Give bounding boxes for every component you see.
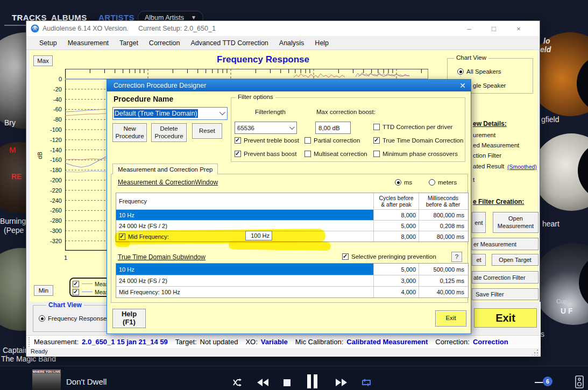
measurement-correction-window-link[interactable]: Measurement & CorrectionWindow (118, 179, 218, 186)
track-title[interactable]: Don't Dwell (66, 377, 107, 386)
detail-item-measurement[interactable]: urement (473, 132, 495, 138)
frequency-response-radio[interactable] (39, 315, 45, 322)
table-row[interactable]: Mid Frequency: 100 Hz 4,000 40,000 ms (116, 286, 468, 297)
y-tick-label: 0 (41, 76, 62, 82)
help-question-button[interactable]: ? (451, 252, 462, 262)
repeat-icon[interactable] (360, 378, 372, 387)
min-button[interactable]: Min (34, 285, 53, 296)
menu-analysis[interactable]: Analysis (274, 37, 310, 49)
artist-name[interactable]: heart (542, 219, 559, 228)
menu-help[interactable]: Help (309, 37, 334, 49)
unit-ms-option[interactable]: ms (395, 179, 412, 186)
prevent-bass-boost-option[interactable]: Prevent bass boost (235, 151, 296, 157)
avatar-text: M (9, 145, 16, 154)
detail-item-smoothed-measurement[interactable]: ed Measurement (473, 142, 519, 148)
minimum-phase-crossovers-option[interactable]: Minimum phase crossovers (373, 151, 458, 157)
dialog-close-icon[interactable]: ✕ (455, 80, 471, 91)
y-tick-label: -140 (41, 147, 62, 153)
previous-icon[interactable] (257, 379, 269, 386)
prevent-bass-boost-checkbox[interactable] (235, 151, 241, 157)
ttd-subwindow-link[interactable]: True Time Domain Subwindow (118, 253, 206, 261)
preringing-option[interactable]: Selective preringing prevention (342, 253, 436, 260)
partial-button-ent[interactable]: ent (472, 212, 486, 233)
help-button[interactable]: Help(F1) (112, 309, 146, 328)
true-time-domain-option[interactable]: True Time Domain Correction (373, 137, 463, 144)
status-value: Variable (261, 338, 288, 346)
now-playing-art[interactable]: WHERE YOU LIVE (32, 370, 61, 390)
artist-name[interactable]: gfield (541, 115, 559, 124)
preringing-checkbox[interactable] (342, 253, 349, 260)
minimum-phase-crossovers-checkbox[interactable] (373, 151, 380, 157)
partial-correction-checkbox[interactable] (304, 137, 311, 144)
table-row[interactable]: 10 Hz 8,000 800,000 ms (116, 209, 468, 220)
minimize-button[interactable]: – (457, 21, 481, 36)
exit-button-main[interactable]: Exit (474, 308, 537, 328)
partial-correction-option[interactable]: Partial correction (304, 137, 360, 144)
status-label: XO: (245, 338, 257, 346)
unit-meters-option[interactable]: meters (429, 179, 457, 186)
ms-radio[interactable] (395, 179, 401, 186)
true-time-domain-checkbox[interactable] (373, 137, 380, 144)
er-measurement-button[interactable]: er Measurement (472, 238, 539, 250)
multiseat-correction-option[interactable]: Multiseat correction (304, 151, 367, 157)
status-ready-bar: Ready (26, 348, 541, 357)
table-row[interactable]: 10 Hz 5,000 500,000 ms (116, 264, 468, 275)
artist-name[interactable]: s (541, 330, 544, 338)
max-boost-value: 8,00 dB (318, 125, 340, 131)
reset-button[interactable]: Reset (192, 123, 222, 139)
resize-grip[interactable] (532, 349, 539, 356)
detail-item-simulated-result[interactable]: ated Result (473, 163, 504, 169)
legend-line-swatch (82, 283, 93, 284)
meters-radio[interactable] (429, 179, 435, 186)
filterlength-combo[interactable]: 65536 (235, 122, 297, 134)
prevent-treble-boost-checkbox[interactable] (235, 137, 241, 144)
create-correction-filter-button[interactable]: ate Correction Filter (472, 271, 539, 283)
chevron-down-icon: ▼ (191, 15, 196, 20)
max-boost-input[interactable]: 8,00 dB (315, 122, 351, 134)
procedure-combo[interactable]: Default (True Time Domain) (112, 107, 228, 120)
artist-name[interactable]: Bry (4, 118, 16, 127)
stop-icon[interactable] (284, 379, 291, 386)
legend-checkbox[interactable] (73, 289, 79, 295)
y-tick-label: -20 (41, 86, 62, 93)
maximize-button[interactable]: □ (481, 21, 506, 36)
new-procedure-button[interactable]: New Procedure (112, 123, 147, 142)
open-target-button[interactable]: Open Target (492, 254, 539, 266)
next-icon[interactable] (336, 379, 348, 386)
table-row[interactable]: 24 000 Hz (FS / 2) 3,000 0,125 ms (116, 275, 468, 286)
max-button[interactable]: Max (33, 55, 53, 66)
delete-procedure-button[interactable]: Delete Procedure (151, 123, 187, 142)
partial-button-et[interactable]: et (472, 254, 486, 266)
speaker-output-icon[interactable] (575, 375, 584, 388)
menu-advanced-ttd[interactable]: Advanced TTD Correction (186, 37, 274, 49)
multiseat-correction-checkbox[interactable] (304, 151, 311, 157)
save-filter-button[interactable]: Save Filter (472, 288, 539, 300)
menu-measurement[interactable]: Measurement (62, 37, 114, 49)
shuffle-icon[interactable] (233, 378, 246, 387)
ttd-per-driver-checkbox[interactable] (373, 124, 380, 130)
close-button[interactable]: × (506, 21, 531, 36)
statusbar-grip (29, 337, 31, 347)
legend-checkbox[interactable] (73, 281, 79, 287)
y-tick-label: -220 (41, 187, 62, 194)
smoothed-link[interactable]: (Smoothed) (507, 164, 537, 170)
ready-label: Ready (31, 348, 48, 354)
chart-series (65, 158, 106, 160)
pause-button[interactable] (306, 374, 320, 388)
dialog-exit-button[interactable]: Exit (435, 310, 466, 327)
queue-count-badge[interactable]: 6 (543, 377, 552, 386)
single-speaker-label[interactable]: gle Speaker (473, 82, 506, 89)
menu-setup[interactable]: Setup (34, 37, 62, 49)
dialog-title-bar[interactable]: Correction Procedure Designer ✕ (107, 80, 471, 91)
open-measurement-button[interactable]: Open Measurement (493, 212, 539, 233)
title-bar[interactable]: Audiolense 6.14 XO Version. Current Setu… (26, 21, 540, 36)
all-speakers-radio[interactable] (457, 68, 464, 75)
detail-item-correction-filter[interactable]: ction Filter (473, 152, 501, 159)
prevent-treble-boost-option[interactable]: Prevent treble boost (235, 137, 299, 144)
ttd-per-driver-option[interactable]: TTD Correction per driver (373, 124, 452, 130)
artist-name[interactable]: Captain (3, 346, 29, 354)
tab-measurement-correction-prep[interactable]: Measurement and Correction Prep (112, 164, 218, 174)
mid-frequency-input[interactable]: 100 Hz (245, 231, 272, 240)
menu-target[interactable]: Target (114, 37, 144, 49)
menu-correction[interactable]: Correction (144, 37, 186, 49)
